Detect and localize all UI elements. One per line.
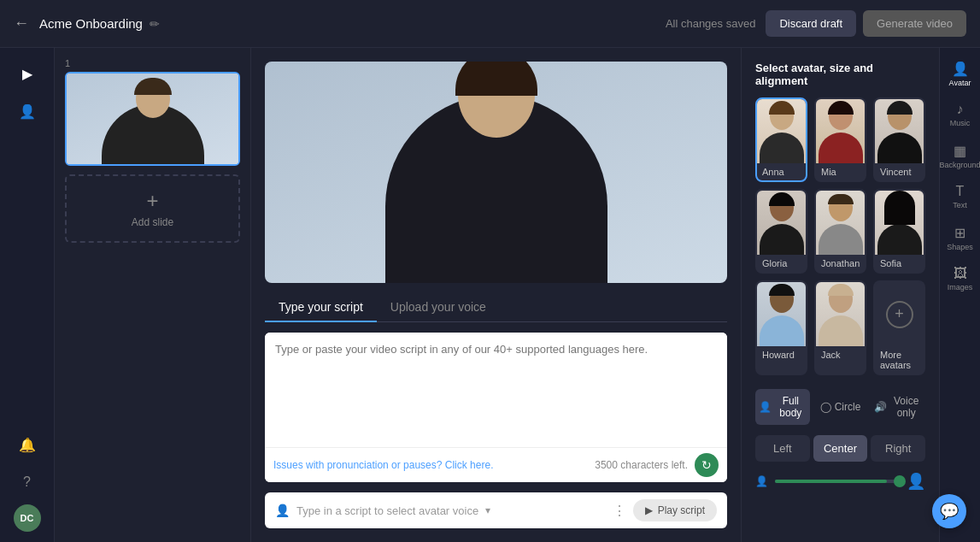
size-slider-row: 👤 👤 [755,472,925,491]
save-status: All changes saved [666,17,756,30]
circle-icon: ◯ [820,401,831,413]
slides-panel: 1 + Add slide [55,48,251,542]
full-body-icon: 👤 [759,401,772,413]
avatar-card-vincent[interactable]: Vincent [873,97,925,182]
avatar-card-jonathan[interactable]: Jonathan [814,189,866,274]
avatar-name-vincent: Vincent [875,163,924,180]
back-button[interactable]: ← [14,15,29,32]
avatar-name-howard: Howard [757,346,806,363]
refresh-button[interactable]: ↻ [695,453,719,477]
center-area: Type your script Upload your voice Issue… [251,48,741,542]
right-panel: Select avatar, size and alignment [741,48,980,542]
right-icon-images[interactable]: 🖼 Images [943,260,977,298]
voice-placeholder-text: Type in a script to select avatar voice [296,504,478,517]
right-icon-music[interactable]: ♪ Music [943,96,977,133]
user-avatar[interactable]: DC [14,504,41,532]
avatar-name-more: More avatars [875,346,924,374]
avatar-name-sofia: Sofia [875,255,924,272]
avatar-card-mia[interactable]: Mia [814,97,866,182]
script-tabs: Type your script Upload your voice [265,293,727,322]
avatar-section-title: Select avatar, size and alignment [755,62,925,87]
discard-draft-button[interactable]: Discard draft [766,10,856,37]
text-icon-label: Text [953,201,967,209]
voice-left: 👤 Type in a script to select avatar voic… [275,504,490,517]
slider-fill [775,480,887,483]
background-icon: ▦ [954,143,966,159]
style-tabs: 👤 Full body ◯ Circle 🔊 Voice only [755,389,925,425]
voice-chevron-icon[interactable]: ▾ [485,504,490,516]
style-tab-circle[interactable]: ◯ Circle [813,389,868,425]
text-icon: T [956,184,965,199]
avatar-card-gloria[interactable]: Gloria [755,189,807,274]
align-left-button[interactable]: Left [755,435,810,462]
avatar-options: Select avatar, size and alignment [742,48,939,542]
script-footer: Issues with pronunciation or pauses? Cli… [265,447,727,482]
add-slide-button[interactable]: + Add slide [65,174,240,243]
voice-person-icon: 👤 [275,504,290,517]
voice-only-icon: 🔊 [874,401,887,413]
right-icon-text[interactable]: T Text [943,178,977,215]
add-slide-label: Add slide [132,216,173,228]
images-icon-label: Images [948,283,973,292]
avatar-name-jonathan: Jonathan [816,255,865,272]
play-label: Play script [658,504,705,516]
size-small-icon: 👤 [755,475,768,487]
shapes-icon: ⊞ [954,225,965,241]
play-script-button[interactable]: ▶ Play script [633,499,717,521]
bell-icon[interactable]: 🔔 [12,429,43,460]
tab-type-script[interactable]: Type your script [265,293,377,322]
avatar-card-howard[interactable]: Howard [755,280,807,375]
avatar-card-jack[interactable]: Jack [814,280,866,375]
project-title: Acme Onboarding [39,16,143,31]
play-icon-small: ▶ [645,504,653,516]
avatar-card-more[interactable]: + More avatars [873,280,925,375]
avatar-card-sofia[interactable]: Sofia [873,189,925,274]
avatar-card-anna[interactable]: Anna [755,97,807,182]
music-icon-label: Music [950,119,971,127]
chat-button[interactable]: 💬 [932,494,966,528]
size-slider[interactable] [775,480,900,483]
help-icon[interactable]: ? [12,467,43,498]
avatar-icon: 👤 [952,61,969,77]
align-center-button[interactable]: Center [813,435,868,462]
full-body-label: Full body [775,395,807,419]
more-avatars-plus: + [886,301,913,328]
images-icon: 🖼 [954,266,967,281]
header: ← Acme Onboarding ✏ All changes saved Di… [0,0,980,48]
generate-video-button[interactable]: Generate video [863,10,966,37]
avatar-icon-label: Avatar [949,79,971,87]
right-icon-shapes[interactable]: ⊞ Shapes [943,219,977,256]
right-icon-background[interactable]: ▦ Background [943,137,977,174]
size-large-icon: 👤 [907,472,925,491]
music-icon: ♪ [957,102,964,117]
avatar-name-gloria: Gloria [757,255,806,272]
style-tab-full-body[interactable]: 👤 Full body [755,389,810,425]
person-icon[interactable]: 👤 [12,96,43,127]
avatar-name-anna: Anna [757,163,806,180]
avatar-name-mia: Mia [816,163,865,180]
edit-title-icon[interactable]: ✏ [150,17,160,31]
slider-thumb[interactable] [894,475,906,487]
style-tab-voice-only[interactable]: 🔊 Voice only [871,389,925,425]
video-preview [265,62,727,283]
right-icon-avatar[interactable]: 👤 Avatar [943,55,977,92]
align-right-button[interactable]: Right [871,435,925,462]
pronunciation-link[interactable]: Issues with pronunciation or pauses? Cli… [273,459,493,471]
slide-thumbnail[interactable] [65,72,240,166]
tab-upload-voice[interactable]: Upload your voice [377,293,500,322]
avatar-name-jack: Jack [816,346,865,363]
circle-label: Circle [835,401,861,413]
avatar-grid: Anna Mia [755,97,925,375]
slide-number: 1 [65,58,240,68]
left-sidebar: ▶ 👤 🔔 ? DC [0,48,55,542]
script-textarea[interactable] [265,333,727,444]
main-content: ▶ 👤 🔔 ? DC 1 + Add slide [0,48,980,542]
background-icon-label: Background [939,161,980,169]
voice-selector: 👤 Type in a script to select avatar voic… [265,492,727,528]
char-count: 3500 characters left. [595,459,688,471]
play-icon[interactable]: ▶ [12,58,43,89]
right-icon-bar: 👤 Avatar ♪ Music ▦ Background T Text ⊞ S… [939,48,980,542]
alignment-row: Left Center Right [755,435,925,462]
shapes-icon-label: Shapes [947,243,973,251]
voice-menu-button[interactable]: ⋮ [613,503,626,519]
